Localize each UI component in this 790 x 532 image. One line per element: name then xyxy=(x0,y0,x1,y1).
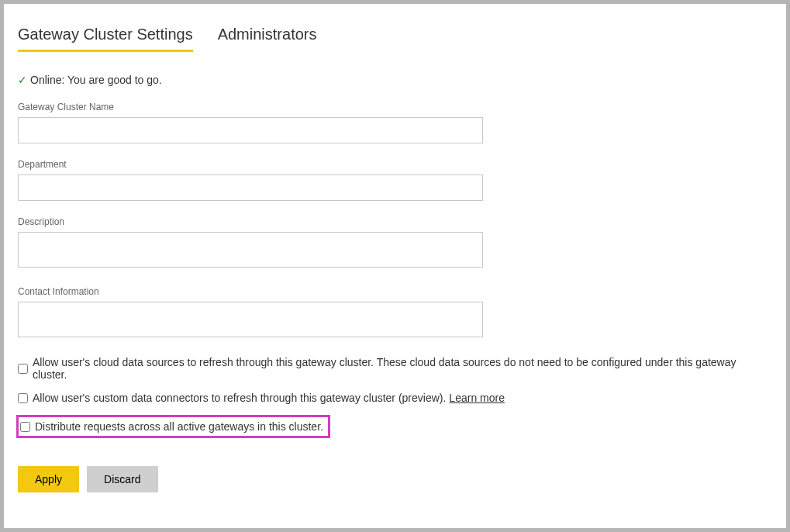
check-icon: ✓ xyxy=(18,74,27,85)
input-contact[interactable] xyxy=(18,302,483,337)
input-cluster-name[interactable] xyxy=(18,117,483,143)
input-description[interactable] xyxy=(18,232,483,268)
field-contact: Contact Information xyxy=(18,286,772,340)
label-contact: Contact Information xyxy=(18,286,772,297)
tab-gateway-cluster-settings[interactable]: Gateway Cluster Settings xyxy=(18,26,193,52)
learn-more-link[interactable]: Learn more xyxy=(449,392,505,404)
field-description: Description xyxy=(18,216,772,271)
apply-button[interactable]: Apply xyxy=(18,466,79,492)
button-row: Apply Discard xyxy=(18,466,772,492)
checkbox-allow-custom-label: Allow user's custom data connectors to r… xyxy=(33,392,446,404)
checkbox-row-distribute: Distribute requests across all active ga… xyxy=(20,420,323,433)
tab-administrators[interactable]: Administrators xyxy=(218,26,317,52)
checkbox-allow-cloud[interactable] xyxy=(18,364,28,374)
highlight-distribute: Distribute requests across all active ga… xyxy=(16,415,330,438)
field-department: Department xyxy=(18,159,772,201)
tab-bar: Gateway Cluster Settings Administrators xyxy=(18,26,772,52)
input-department[interactable] xyxy=(18,174,483,201)
status-text: Online: You are good to go. xyxy=(30,74,162,86)
checkbox-distribute-label: Distribute requests across all active ga… xyxy=(35,420,323,433)
field-cluster-name: Gateway Cluster Name xyxy=(18,102,772,143)
status-row: ✓ Online: You are good to go. xyxy=(18,74,772,86)
label-cluster-name: Gateway Cluster Name xyxy=(18,102,772,112)
label-department: Department xyxy=(18,159,772,170)
discard-button[interactable]: Discard xyxy=(87,466,157,492)
checkbox-allow-cloud-label: Allow user's cloud data sources to refre… xyxy=(33,356,772,381)
label-description: Description xyxy=(18,216,772,227)
checkbox-distribute[interactable] xyxy=(20,422,30,432)
checkbox-row-allow-cloud: Allow user's cloud data sources to refre… xyxy=(18,356,772,381)
checkbox-row-allow-custom: Allow user's custom data connectors to r… xyxy=(18,392,772,404)
checkbox-allow-custom[interactable] xyxy=(18,393,28,403)
settings-panel: Gateway Cluster Settings Administrators … xyxy=(4,4,786,528)
